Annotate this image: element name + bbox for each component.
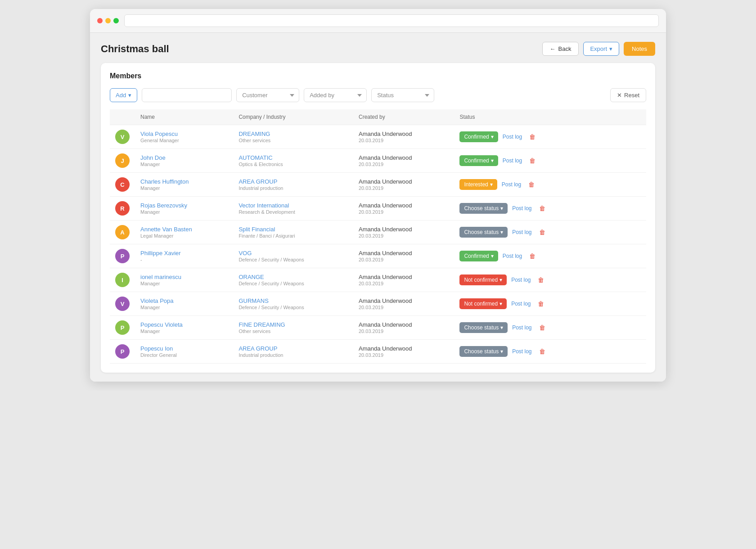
avatar-cell: C xyxy=(110,173,135,197)
company-name[interactable]: AUTOMATIC xyxy=(238,154,348,161)
customer-filter[interactable]: Customer xyxy=(236,88,299,102)
created-date: 20.03.2019 xyxy=(359,233,449,238)
company-name[interactable]: DREAMING xyxy=(238,130,348,137)
search-input[interactable] xyxy=(142,88,232,102)
company-name[interactable]: VOG xyxy=(238,250,348,256)
company-name[interactable]: GURMANS xyxy=(238,297,348,304)
status-button[interactable]: Choose status ▾ xyxy=(459,203,508,214)
company-name[interactable]: Vector International xyxy=(238,202,348,209)
name-cell: Violeta Popa Manager xyxy=(135,292,233,316)
member-name[interactable]: John Doe xyxy=(140,154,228,161)
delete-button[interactable]: 🗑 xyxy=(535,299,547,308)
url-bar[interactable] xyxy=(124,14,659,27)
post-log-link[interactable]: Post log xyxy=(503,158,522,164)
company-name[interactable]: AREA GROUP xyxy=(238,345,348,352)
name-cell: ionel marinescu Manager xyxy=(135,268,233,292)
status-actions: Confirmed ▾ Post log 🗑 xyxy=(459,131,605,142)
member-name[interactable]: Popescu Violeta xyxy=(140,321,228,328)
member-name[interactable]: ionel marinescu xyxy=(140,274,228,280)
delete-button[interactable]: 🗑 xyxy=(536,228,548,237)
chevron-down-icon: ▾ xyxy=(500,301,502,307)
post-log-link[interactable]: Post log xyxy=(503,253,522,259)
company-name[interactable]: FINE DREAMING xyxy=(238,321,348,328)
table-row: V Viola Popescu General Manager DREAMING… xyxy=(110,125,646,149)
avatar: R xyxy=(115,201,130,216)
reset-button[interactable]: ✕ Reset xyxy=(610,88,646,102)
member-name[interactable]: Charles Huffington xyxy=(140,178,228,185)
status-button[interactable]: Confirmed ▾ xyxy=(459,131,498,142)
status-cell: Not confirmed ▾ Post log 🗑 xyxy=(454,268,610,292)
member-role: Manager xyxy=(140,305,228,310)
table-row: P Popescu Ion Director General AREA GROU… xyxy=(110,340,646,364)
chevron-down-icon: ▾ xyxy=(491,158,494,164)
status-filter[interactable]: Status xyxy=(371,88,434,102)
avatar: V xyxy=(115,130,130,144)
member-name[interactable]: Rojas Berezovsky xyxy=(140,202,228,209)
col-status: Status xyxy=(454,109,610,125)
status-button[interactable]: Interested ▾ xyxy=(459,179,497,190)
minimize-icon[interactable] xyxy=(105,18,111,23)
post-log-link[interactable]: Post log xyxy=(512,205,531,212)
company-cell: AREA GROUP Industrial production xyxy=(233,173,353,197)
member-name[interactable]: Viola Popescu xyxy=(140,130,228,137)
post-log-link[interactable]: Post log xyxy=(511,277,531,283)
company-cell: FINE DREAMING Other services xyxy=(233,316,353,340)
status-button[interactable]: Not confirmed ▾ xyxy=(459,298,507,309)
chevron-down-icon: ▾ xyxy=(500,229,503,235)
post-log-link[interactable]: Post log xyxy=(512,348,531,355)
added-by-filter[interactable]: Added by xyxy=(304,88,367,102)
delete-button[interactable]: 🗑 xyxy=(526,252,538,261)
notes-button[interactable]: Notes xyxy=(624,42,655,56)
post-log-link[interactable]: Post log xyxy=(512,229,531,235)
name-cell: Viola Popescu General Manager xyxy=(135,125,233,149)
status-actions: Choose status ▾ Post log 🗑 xyxy=(459,322,605,333)
delete-button[interactable]: 🗑 xyxy=(526,132,538,141)
status-cell: Not confirmed ▾ Post log 🗑 xyxy=(454,292,610,316)
close-icon[interactable] xyxy=(97,18,103,23)
company-name[interactable]: ORANGE xyxy=(238,274,348,280)
company-industry: Defence / Security / Weapons xyxy=(238,257,348,262)
created-cell: Amanda Underwood 20.03.2019 xyxy=(353,220,454,244)
delete-button[interactable]: 🗑 xyxy=(526,156,538,165)
status-button[interactable]: Choose status ▾ xyxy=(459,227,508,238)
status-actions: Choose status ▾ Post log 🗑 xyxy=(459,203,605,214)
avatar: I xyxy=(115,273,130,287)
status-cell: Choose status ▾ Post log 🗑 xyxy=(454,197,610,220)
company-industry: Optics & Electronics xyxy=(238,162,348,167)
status-button[interactable]: Confirmed ▾ xyxy=(459,155,498,166)
created-cell: Amanda Underwood 20.03.2019 xyxy=(353,149,454,173)
post-log-link[interactable]: Post log xyxy=(503,134,522,140)
created-by-name: Amanda Underwood xyxy=(359,202,449,209)
company-name[interactable]: Split Financial xyxy=(238,226,348,233)
member-name[interactable]: Annette Van Basten xyxy=(140,226,228,233)
table-header-row: Name Company / Industry Created by Statu… xyxy=(110,109,646,125)
name-cell: Annette Van Basten Legal Manager xyxy=(135,220,233,244)
export-button[interactable]: Export ▾ xyxy=(583,42,619,56)
delete-button[interactable]: 🗑 xyxy=(535,275,547,284)
company-name[interactable]: AREA GROUP xyxy=(238,178,348,185)
member-name[interactable]: Phillippe Xavier xyxy=(140,250,228,256)
chevron-down-icon: ▾ xyxy=(500,277,502,283)
post-log-link[interactable]: Post log xyxy=(511,301,531,307)
add-button[interactable]: Add ▾ xyxy=(110,88,137,102)
status-button[interactable]: Choose status ▾ xyxy=(459,322,508,333)
avatar: P xyxy=(115,249,130,263)
avatar: P xyxy=(115,344,130,359)
delete-button[interactable]: 🗑 xyxy=(526,180,537,189)
member-name[interactable]: Violeta Popa xyxy=(140,297,228,304)
company-cell: AREA GROUP Industrial production xyxy=(233,340,353,364)
post-log-link[interactable]: Post log xyxy=(512,324,531,331)
delete-button[interactable]: 🗑 xyxy=(536,204,548,213)
delete-button[interactable]: 🗑 xyxy=(536,323,548,332)
status-button[interactable]: Not confirmed ▾ xyxy=(459,274,507,285)
avatar: J xyxy=(115,153,130,168)
member-name[interactable]: Popescu Ion xyxy=(140,345,228,352)
delete-button[interactable]: 🗑 xyxy=(536,347,548,356)
status-button[interactable]: Confirmed ▾ xyxy=(459,251,498,261)
post-log-link[interactable]: Post log xyxy=(502,181,521,188)
back-button[interactable]: ← Back xyxy=(542,42,579,56)
status-button[interactable]: Choose status ▾ xyxy=(459,346,508,357)
fullscreen-icon[interactable] xyxy=(113,18,119,23)
avatar-cell: A xyxy=(110,220,135,244)
chevron-down-icon: ▾ xyxy=(490,181,493,188)
